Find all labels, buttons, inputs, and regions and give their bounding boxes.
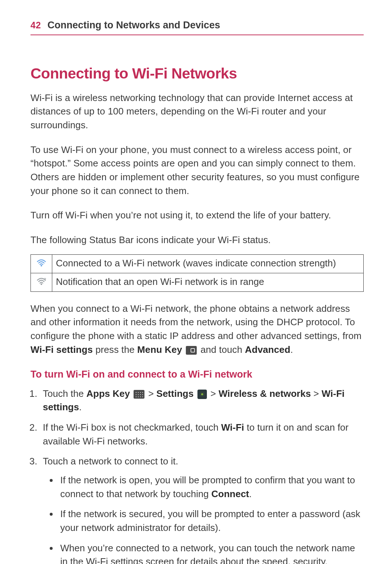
bold-text: Wi-Fi settings <box>30 344 93 355</box>
table-row: ? Notification that an open Wi-Fi networ… <box>31 273 364 291</box>
paragraph: The following Status Bar icons indicate … <box>30 233 364 247</box>
body-text: press the <box>95 344 137 355</box>
table-cell: Connected to a Wi-Fi network (waves indi… <box>52 254 364 273</box>
numbered-steps: Touch the Apps Key > Settings > Wireless… <box>30 387 364 564</box>
body-text: . <box>79 402 82 412</box>
step-item: If the Wi-Fi box is not checkmarked, tou… <box>40 421 364 448</box>
body-text: > <box>148 388 156 399</box>
body-text: . <box>290 344 293 355</box>
bullet-item: If the network is open, you will be prom… <box>58 474 364 501</box>
paragraph: Wi-Fi is a wireless networking technolog… <box>30 91 364 132</box>
chapter-title: Connecting to Networks and Devices <box>48 18 220 32</box>
bullet-item: When you’re connected to a network, you … <box>58 541 364 564</box>
bullet-item: If the network is secured, you will be p… <box>58 507 364 535</box>
bold-text: Apps Key <box>86 388 130 399</box>
body-text: Touch the <box>43 388 86 399</box>
apps-key-icon <box>134 390 144 399</box>
paragraph: To use Wi-Fi on your phone, you must con… <box>30 143 364 198</box>
step-item: Touch a network to connect to it. If the… <box>40 455 364 564</box>
bold-text: Settings <box>156 388 194 399</box>
bold-text: Wireless & networks <box>219 388 311 399</box>
svg-point-1 <box>41 283 42 285</box>
body-text: If the Wi-Fi box is not checkmarked, tou… <box>43 422 221 433</box>
page-number: 42 <box>30 19 41 32</box>
bold-text: Wi-Fi <box>221 422 244 433</box>
running-header: 42 Connecting to Networks and Devices <box>30 18 364 35</box>
table-row: Connected to a Wi-Fi network (waves indi… <box>31 254 364 273</box>
body-text: > <box>314 388 322 399</box>
body-text: If the network is open, you will be prom… <box>60 475 355 499</box>
subheading: To turn Wi-Fi on and connect to a Wi-Fi … <box>30 367 364 382</box>
svg-point-0 <box>41 265 42 266</box>
body-text: . <box>249 488 252 499</box>
step-item: Touch the Apps Key > Settings > Wireless… <box>40 387 364 414</box>
wifi-status-icon-table: Connected to a Wi-Fi network (waves indi… <box>30 254 364 292</box>
section-title: Connecting to Wi-Fi Networks <box>30 63 364 84</box>
bold-text: Advanced <box>245 344 290 355</box>
settings-icon <box>197 390 207 399</box>
svg-text:?: ? <box>44 278 46 282</box>
table-cell: Notification that an open Wi-Fi network … <box>52 273 364 291</box>
bold-text: Menu Key <box>137 344 182 355</box>
body-text: and touch <box>200 344 245 355</box>
paragraph: When you connect to a Wi-Fi network, the… <box>30 302 364 357</box>
menu-key-icon <box>186 346 197 355</box>
body-text: > <box>211 388 219 399</box>
icon-cell <box>31 254 52 273</box>
bold-text: Connect <box>211 488 249 499</box>
wifi-open-network-icon: ? <box>37 275 46 289</box>
bullet-list: If the network is open, you will be prom… <box>43 474 364 564</box>
body-text: Touch a network to connect to it. <box>43 456 178 467</box>
wifi-connected-icon <box>37 257 46 271</box>
icon-cell: ? <box>31 273 52 291</box>
manual-page: 42 Connecting to Networks and Devices Co… <box>0 0 392 564</box>
paragraph: Turn off Wi-Fi when you’re not using it,… <box>30 209 364 222</box>
body-text: When you connect to a Wi-Fi network, the… <box>30 303 362 341</box>
